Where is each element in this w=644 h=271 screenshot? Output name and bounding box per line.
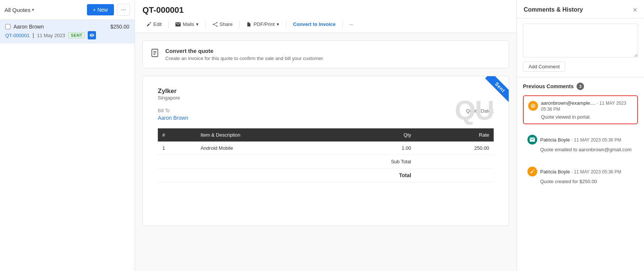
- total-label: Total: [158, 169, 416, 182]
- row-num: 1: [158, 142, 196, 155]
- pdf-print-button[interactable]: PDF/Print ▾: [243, 20, 283, 29]
- comment-body-1: Quote viewed in portal.: [541, 114, 633, 120]
- company-name: Zylker: [158, 87, 494, 95]
- toolbar: Edit Mails ▾ Share: [142, 20, 509, 33]
- subtotal-row: Sub Total: [158, 155, 494, 169]
- quote-id[interactable]: QT-000001: [5, 33, 30, 38]
- comments-panel: Comments & History × Add Comment Previou…: [517, 0, 644, 271]
- more-options-button[interactable]: ···: [117, 4, 130, 16]
- company-location: Singapore: [158, 95, 494, 101]
- convert-banner-text: Convert the quote Create an invoice for …: [165, 48, 324, 61]
- quote-status-badge: SENT: [68, 32, 85, 38]
- share-label: Share: [220, 21, 233, 27]
- row-description: Android Mobile: [196, 142, 355, 155]
- comment-body-2: Quote emailed to aaronbrown@gmail.com: [540, 147, 634, 152]
- toolbar-divider-4: [286, 21, 286, 28]
- eye-icon: [90, 33, 94, 38]
- document-icon: [150, 48, 159, 60]
- previous-comments-section: Previous Comments 3 aaronbrown@example..…: [517, 77, 644, 200]
- mail-sent-icon: [530, 137, 535, 142]
- toolbar-divider-2: [205, 21, 206, 28]
- mail-icon: [175, 22, 181, 27]
- col-num: #: [158, 128, 196, 142]
- create-icon: [530, 169, 535, 174]
- new-button[interactable]: + New: [87, 4, 114, 15]
- share-icon: [213, 22, 218, 27]
- all-quotes-button[interactable]: All Quotes ▾: [4, 7, 34, 13]
- total-value: [416, 169, 494, 182]
- comment-item-header-3: Patricia Boyle · 11 MAY 2023 05:36 PM: [527, 167, 634, 176]
- mails-button[interactable]: Mails ▾: [172, 20, 202, 29]
- comment-count-badge: 3: [577, 83, 584, 90]
- comment-timestamp-1: ·: [597, 101, 599, 106]
- subtotal-value: [416, 155, 494, 169]
- quote-item-bottom: QT-000001 | 11 May 2023 SENT: [5, 31, 129, 39]
- mails-label: Mails: [183, 21, 194, 27]
- comment-time-2: 11 MAY 2023 05:36 PM: [574, 137, 621, 143]
- convert-banner-title: Convert the quote: [165, 48, 324, 54]
- quote-checkbox[interactable]: [5, 24, 10, 29]
- row-rate: 250.00: [416, 142, 494, 155]
- comment-item-3: Patricia Boyle · 11 MAY 2023 05:36 PM Qu…: [523, 163, 638, 188]
- pdf-icon: [246, 22, 252, 27]
- comment-time-3: 11 MAY 2023 05:36 PM: [574, 169, 621, 175]
- svg-line-3: [214, 23, 216, 24]
- edit-icon: [146, 22, 151, 27]
- items-table: # Item & Description Qty Rate 1 Android …: [158, 128, 494, 182]
- convert-label: Convert to Invoice: [293, 21, 335, 27]
- comment-item-header-2: Patricia Boyle · 11 MAY 2023 05:36 PM: [527, 135, 634, 145]
- quote-item-top: Aaron Brown $250.00: [5, 24, 129, 30]
- convert-banner: Convert the quote Create an invoice for …: [142, 41, 509, 68]
- comment-meta-2: Patricia Boyle · 11 MAY 2023 05:36 PM: [540, 137, 621, 143]
- quote-list-item[interactable]: Aaron Brown $250.00 QT-000001 | 11 May 2…: [0, 20, 135, 44]
- comment-author-1: aaronbrown@example....: [541, 100, 595, 106]
- row-qty: 1.00: [355, 142, 416, 155]
- convert-to-invoice-button[interactable]: Convert to Invoice: [289, 20, 339, 29]
- pdf-chevron-icon: ▾: [277, 21, 279, 27]
- separator: |: [33, 32, 34, 38]
- svg-point-2: [213, 24, 214, 25]
- quote-date: 11 May 2023: [37, 33, 65, 38]
- total-row: Total: [158, 169, 494, 182]
- edit-button[interactable]: Edit: [142, 20, 165, 29]
- comment-avatar-2: [527, 135, 537, 145]
- quote-amount: $250.00: [110, 24, 129, 30]
- bill-to-label: Bill To: [158, 108, 188, 113]
- main-content: QT-000001 Edit Mails ▾: [135, 0, 517, 271]
- panel-header: Comments & History ×: [517, 0, 644, 18]
- all-quotes-label: All Quotes: [4, 7, 30, 13]
- portal-icon: [530, 103, 536, 108]
- comment-author-2: Patricia Boyle: [540, 137, 570, 143]
- comment-avatar-1: [528, 101, 538, 111]
- share-button[interactable]: Share: [209, 20, 237, 29]
- col-qty: Qty: [355, 128, 416, 142]
- more-actions-button[interactable]: ···: [346, 20, 357, 29]
- convert-banner-description: Create an invoice for this quote to conf…: [165, 56, 324, 61]
- comment-textarea[interactable]: [523, 24, 638, 57]
- svg-point-0: [216, 22, 217, 23]
- quote-number-watermark: QU: [455, 95, 494, 126]
- customer-name: Aaron Brown: [13, 24, 44, 30]
- prev-comments-title: Previous Comments: [523, 83, 574, 89]
- comment-author-3: Patricia Boyle: [540, 169, 570, 175]
- close-panel-button[interactable]: ×: [633, 6, 637, 14]
- sidebar-header: All Quotes ▾ + New ···: [0, 0, 135, 20]
- quote-title: QT-000001: [142, 5, 509, 15]
- svg-point-1: [216, 26, 217, 27]
- quote-document: Sent QU Zylker Singapore Bill To Aaron B…: [142, 76, 509, 226]
- sidebar: All Quotes ▾ + New ··· Aaron Brown $250.…: [0, 0, 135, 271]
- bill-to-name[interactable]: Aaron Brown: [158, 115, 188, 121]
- comment-meta-1: aaronbrown@example.... · 11 MAY 2023 05:…: [541, 100, 633, 112]
- comment-avatar-3: [527, 167, 537, 176]
- comment-meta-3: Patricia Boyle · 11 MAY 2023 05:36 PM: [540, 169, 621, 175]
- comment-body-3: Quote created for $250.00: [540, 179, 634, 184]
- quote-customer: Aaron Brown: [5, 24, 44, 30]
- eye-icon-button[interactable]: [88, 31, 96, 39]
- col-rate: Rate: [416, 128, 494, 142]
- col-description: Item & Description: [196, 128, 355, 142]
- table-row: 1 Android Mobile 1.00 250.00: [158, 142, 494, 155]
- subtotal-label: Sub Total: [158, 155, 416, 169]
- edit-label: Edit: [153, 21, 162, 27]
- add-comment-button[interactable]: Add Comment: [523, 62, 565, 72]
- doc-meta: Bill To Aaron Brown Quote Date :: [158, 108, 494, 121]
